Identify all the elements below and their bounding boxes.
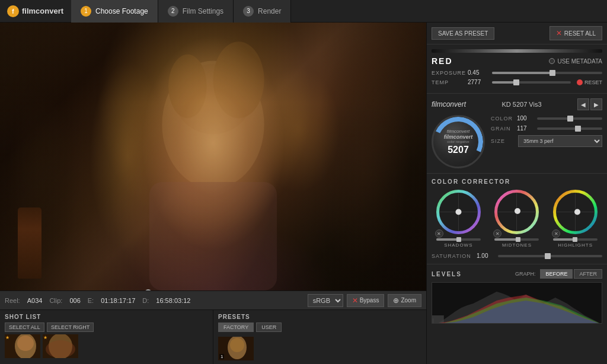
saturation-value: 1.00 [477, 253, 494, 259]
red-header: RED USE METADATA [432, 56, 602, 66]
grain-row: GRAIN 117 [491, 125, 602, 132]
right-top-controls: SAVE AS PRESET ✕ RESET ALL [427, 23, 607, 44]
levels-before-tab[interactable]: BEFORE [540, 269, 573, 279]
saturation-thumb[interactable] [545, 253, 551, 259]
shadows-reset-button[interactable]: ✕ [435, 229, 443, 238]
shadows-slider-fill [436, 238, 459, 241]
saturation-label: SATURATION [432, 253, 473, 259]
bypass-button[interactable]: ✕ Bypass [347, 294, 385, 307]
logo-text: filmconvert [22, 7, 63, 15]
svg-point-4 [168, 55, 207, 119]
metadata-radio[interactable] [549, 58, 555, 64]
shadows-wheel[interactable] [436, 190, 481, 234]
shadows-wheel-container: ✕ [436, 190, 481, 237]
shot-list-controls: SELECT ALL SELECT RIGHT [5, 323, 208, 332]
levels-graph [432, 282, 602, 324]
highlights-slider-fill [553, 238, 574, 241]
midtones-wheel[interactable] [494, 190, 539, 234]
tab-label-3: Render [258, 7, 281, 15]
saturation-slider[interactable] [498, 255, 602, 257]
svg-point-12 [46, 340, 75, 358]
reset-temp-button[interactable]: RESET [584, 79, 602, 85]
grain-thumb[interactable] [575, 126, 581, 132]
color-thumb[interactable] [567, 116, 573, 122]
reset-temp-group: RESET [577, 79, 602, 85]
svg-point-20 [455, 209, 461, 215]
shadows-slider-thumb[interactable] [456, 237, 461, 242]
shot-list-section: SHOT LIST SELECT ALL SELECT RIGHT [0, 310, 213, 364]
select-right-button[interactable]: SELECT RIGHT [47, 323, 94, 332]
exposure-thumb[interactable] [550, 70, 555, 76]
e-label: E: [88, 297, 94, 304]
preset-controls: FACTORY USER [218, 323, 421, 334]
reset-all-label: RESET ALL [564, 30, 596, 37]
fc-header: filmconvert KD 5207 Vis3 ◀ ▶ [432, 98, 602, 110]
preset-thumbnails: 1 [218, 337, 421, 360]
highlights-wheel-container: ✕ [553, 190, 598, 237]
reel-value: A034 [27, 297, 43, 304]
midtones-slider[interactable] [494, 238, 539, 241]
temp-fill [492, 81, 516, 84]
highlights-slider-thumb[interactable] [573, 237, 577, 242]
exposure-value: 0.45 [468, 69, 488, 76]
svg-point-9 [17, 336, 34, 351]
fc-prev-button[interactable]: ◀ [577, 98, 589, 110]
reset-all-button[interactable]: ✕ RESET ALL [550, 26, 602, 40]
use-metadata[interactable]: USE METADATA [549, 58, 602, 65]
transport-right: sRGB ✕ Bypass ⊕ Zoom [308, 294, 421, 307]
size-label: SIZE [491, 138, 515, 144]
shot-list-title: SHOT LIST [5, 314, 208, 320]
midtones-reset-button[interactable]: ✕ [493, 229, 501, 238]
list-item[interactable]: ★ [5, 334, 40, 358]
graph-label: GRAPH: [515, 271, 536, 277]
bottom-area: SHOT LIST SELECT ALL SELECT RIGHT [0, 309, 426, 364]
clip-value: 006 [69, 297, 80, 304]
temp-thumb[interactable] [513, 79, 519, 85]
svg-point-30 [574, 209, 580, 215]
highlights-reset-button[interactable]: ✕ [552, 229, 560, 238]
tab-film-settings[interactable]: 2 Film Settings [158, 0, 234, 23]
colorspace-select[interactable]: sRGB [308, 294, 343, 307]
size-select[interactable]: 35mm 3 perf [518, 135, 602, 147]
factory-button[interactable]: FACTORY [218, 323, 254, 332]
shadows-slider[interactable] [436, 238, 481, 241]
tab-choose-footage[interactable]: 1 Choose Footage [71, 0, 158, 23]
tab-label-2: Film Settings [183, 7, 223, 15]
e-value: 01:18:17:17 [101, 297, 135, 304]
user-button[interactable]: USER [256, 323, 282, 332]
highlights-wheel[interactable] [553, 190, 598, 234]
saturation-row: SATURATION 1.00 [432, 253, 602, 259]
thumbnail-1 [5, 334, 40, 358]
fc-preset-name: KD 5207 Vis3 [501, 101, 541, 108]
preset-thumbnail-num: 1 [219, 354, 224, 359]
zoom-button[interactable]: ⊕ Zoom [388, 294, 421, 307]
levels-after-tab[interactable]: AFTER [574, 269, 602, 279]
temp-value: 2777 [468, 79, 488, 85]
size-row: SIZE 35mm 3 perf [491, 135, 602, 147]
list-item[interactable]: ★ [43, 334, 78, 358]
highlights-slider[interactable] [553, 238, 598, 241]
tab-num-1: 1 [81, 6, 91, 17]
color-slider[interactable] [537, 117, 602, 120]
grain-slider[interactable] [537, 127, 602, 130]
tab-render[interactable]: 3 Render [234, 0, 291, 23]
select-all-button[interactable]: SELECT ALL [5, 323, 44, 332]
exposure-row: EXPOSURE 0.45 [432, 69, 602, 76]
shot-list-thumbnails: ★ ★ [5, 334, 208, 358]
list-item[interactable]: 1 [218, 337, 254, 360]
fc-next-button[interactable]: ▶ [590, 98, 602, 110]
midtones-slider-thumb[interactable] [516, 237, 520, 242]
exposure-slider[interactable] [492, 72, 602, 74]
temp-slider[interactable] [492, 81, 571, 84]
reset-red-dot [577, 79, 583, 85]
tab-num-2: 2 [168, 6, 178, 17]
fc-controls: COLOR 100 GRAIN 117 [491, 115, 602, 147]
save-preset-button[interactable]: SAVE AS PRESET [432, 27, 494, 40]
presets-section: PRESETS FACTORY USER 1 [213, 310, 426, 364]
thumbnail-star-1: ★ [5, 335, 9, 340]
cc-title: COLOR CORRECTOR [432, 178, 602, 185]
fc-dial[interactable]: filmconvert filmconvert color negative 5… [432, 115, 485, 168]
exposure-label: EXPOSURE [432, 70, 464, 76]
gradient-bar [432, 49, 602, 53]
fc-dial-ring [432, 115, 485, 168]
